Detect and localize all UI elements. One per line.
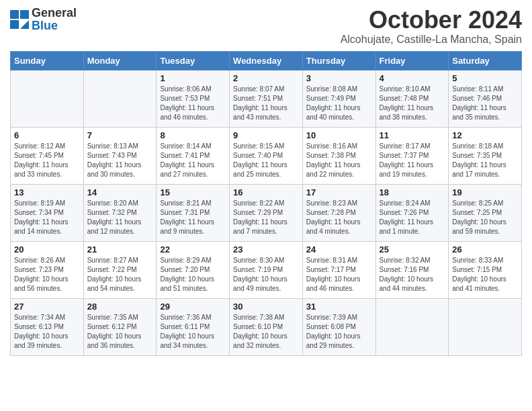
col-tuesday: Tuesday xyxy=(157,51,230,70)
day-number: 7 xyxy=(87,130,153,140)
calendar-cell: 5Sunrise: 8:11 AM Sunset: 7:46 PM Daylig… xyxy=(449,70,522,127)
calendar-cell: 2Sunrise: 8:07 AM Sunset: 7:51 PM Daylig… xyxy=(230,70,303,127)
col-saturday: Saturday xyxy=(449,51,522,70)
day-info: Sunrise: 8:31 AM Sunset: 7:17 PM Dayligh… xyxy=(306,256,372,293)
calendar-table: Sunday Monday Tuesday Wednesday Thursday… xyxy=(10,51,522,356)
calendar-body: 1Sunrise: 8:06 AM Sunset: 7:53 PM Daylig… xyxy=(11,70,522,355)
calendar-cell: 13Sunrise: 8:19 AM Sunset: 7:34 PM Dayli… xyxy=(11,184,84,241)
day-info: Sunrise: 8:08 AM Sunset: 7:49 PM Dayligh… xyxy=(306,85,372,122)
day-number: 8 xyxy=(160,130,226,140)
day-number: 1 xyxy=(160,73,226,83)
day-number: 20 xyxy=(14,244,80,255)
svg-rect-1 xyxy=(20,10,29,19)
day-number: 22 xyxy=(160,244,226,255)
title-block: October 2024 Alcohujate, Castille-La Man… xyxy=(341,7,522,46)
week-row-5: 27Sunrise: 7:34 AM Sunset: 6:13 PM Dayli… xyxy=(11,298,522,355)
header-row: Sunday Monday Tuesday Wednesday Thursday… xyxy=(11,51,522,70)
day-info: Sunrise: 8:16 AM Sunset: 7:38 PM Dayligh… xyxy=(306,142,372,179)
day-info: Sunrise: 8:30 AM Sunset: 7:19 PM Dayligh… xyxy=(233,256,299,293)
day-number: 11 xyxy=(380,130,445,140)
day-number: 3 xyxy=(306,73,372,83)
day-info: Sunrise: 7:39 AM Sunset: 6:08 PM Dayligh… xyxy=(306,313,372,351)
calendar-cell: 15Sunrise: 8:21 AM Sunset: 7:31 PM Dayli… xyxy=(157,184,230,241)
day-number: 18 xyxy=(380,187,445,197)
day-info: Sunrise: 8:18 AM Sunset: 7:35 PM Dayligh… xyxy=(452,142,518,179)
calendar-cell: 18Sunrise: 8:24 AM Sunset: 7:26 PM Dayli… xyxy=(375,184,449,241)
day-info: Sunrise: 8:29 AM Sunset: 7:20 PM Dayligh… xyxy=(160,256,226,293)
day-number: 6 xyxy=(14,130,80,140)
day-info: Sunrise: 8:33 AM Sunset: 7:15 PM Dayligh… xyxy=(452,256,518,293)
col-friday: Friday xyxy=(375,51,449,70)
calendar-cell: 27Sunrise: 7:34 AM Sunset: 6:13 PM Dayli… xyxy=(11,298,84,355)
calendar-cell xyxy=(375,298,449,355)
calendar-cell: 20Sunrise: 8:26 AM Sunset: 7:23 PM Dayli… xyxy=(11,241,84,298)
day-info: Sunrise: 8:32 AM Sunset: 7:16 PM Dayligh… xyxy=(380,256,445,293)
day-number: 13 xyxy=(14,187,80,197)
day-number: 10 xyxy=(306,130,372,140)
title-location: Alcohujate, Castille-La Mancha, Spain xyxy=(341,34,522,46)
calendar-cell: 1Sunrise: 8:06 AM Sunset: 7:53 PM Daylig… xyxy=(157,70,230,127)
day-info: Sunrise: 7:36 AM Sunset: 6:11 PM Dayligh… xyxy=(160,313,226,351)
calendar-cell: 30Sunrise: 7:38 AM Sunset: 6:10 PM Dayli… xyxy=(230,298,303,355)
day-number: 26 xyxy=(452,244,518,255)
day-number: 5 xyxy=(452,73,518,83)
calendar-cell: 28Sunrise: 7:35 AM Sunset: 6:12 PM Dayli… xyxy=(83,298,157,355)
calendar-cell: 11Sunrise: 8:17 AM Sunset: 7:37 PM Dayli… xyxy=(375,127,449,184)
day-info: Sunrise: 8:24 AM Sunset: 7:26 PM Dayligh… xyxy=(380,199,445,236)
page: General Blue October 2024 Alcohujate, Ca… xyxy=(0,0,532,366)
day-number: 21 xyxy=(87,244,153,255)
calendar-cell: 29Sunrise: 7:36 AM Sunset: 6:11 PM Dayli… xyxy=(157,298,230,355)
calendar-cell: 14Sunrise: 8:20 AM Sunset: 7:32 PM Dayli… xyxy=(83,184,157,241)
calendar-cell: 6Sunrise: 8:12 AM Sunset: 7:45 PM Daylig… xyxy=(11,127,84,184)
week-row-2: 6Sunrise: 8:12 AM Sunset: 7:45 PM Daylig… xyxy=(11,127,522,184)
day-info: Sunrise: 8:06 AM Sunset: 7:53 PM Dayligh… xyxy=(160,85,226,122)
calendar-cell: 7Sunrise: 8:13 AM Sunset: 7:43 PM Daylig… xyxy=(83,127,157,184)
day-info: Sunrise: 8:25 AM Sunset: 7:25 PM Dayligh… xyxy=(452,199,518,236)
week-row-4: 20Sunrise: 8:26 AM Sunset: 7:23 PM Dayli… xyxy=(11,241,522,298)
day-number: 29 xyxy=(160,302,226,312)
calendar-cell: 16Sunrise: 8:22 AM Sunset: 7:29 PM Dayli… xyxy=(230,184,303,241)
calendar-cell: 4Sunrise: 8:10 AM Sunset: 7:48 PM Daylig… xyxy=(375,70,449,127)
day-number: 31 xyxy=(306,302,372,312)
day-info: Sunrise: 8:19 AM Sunset: 7:34 PM Dayligh… xyxy=(14,199,80,236)
calendar-cell xyxy=(11,70,84,127)
day-info: Sunrise: 8:27 AM Sunset: 7:22 PM Dayligh… xyxy=(87,256,153,293)
day-number: 30 xyxy=(233,302,299,312)
day-number: 16 xyxy=(233,187,299,197)
day-info: Sunrise: 8:12 AM Sunset: 7:45 PM Dayligh… xyxy=(14,142,80,179)
calendar-cell: 31Sunrise: 7:39 AM Sunset: 6:08 PM Dayli… xyxy=(302,298,375,355)
day-info: Sunrise: 7:35 AM Sunset: 6:12 PM Dayligh… xyxy=(87,313,153,351)
calendar-cell: 21Sunrise: 8:27 AM Sunset: 7:22 PM Dayli… xyxy=(83,241,157,298)
day-number: 2 xyxy=(233,73,299,83)
col-thursday: Thursday xyxy=(302,51,375,70)
day-number: 27 xyxy=(14,302,80,312)
day-number: 9 xyxy=(233,130,299,140)
calendar-cell: 23Sunrise: 8:30 AM Sunset: 7:19 PM Dayli… xyxy=(230,241,303,298)
day-info: Sunrise: 8:07 AM Sunset: 7:51 PM Dayligh… xyxy=(233,85,299,122)
calendar-cell: 12Sunrise: 8:18 AM Sunset: 7:35 PM Dayli… xyxy=(449,127,522,184)
col-monday: Monday xyxy=(83,51,157,70)
logo-icon xyxy=(10,10,29,29)
day-number: 24 xyxy=(306,244,372,255)
calendar-cell: 17Sunrise: 8:23 AM Sunset: 7:28 PM Dayli… xyxy=(302,184,375,241)
day-info: Sunrise: 8:11 AM Sunset: 7:46 PM Dayligh… xyxy=(452,85,518,122)
day-number: 4 xyxy=(380,73,445,83)
calendar-cell xyxy=(83,70,157,127)
day-info: Sunrise: 8:20 AM Sunset: 7:32 PM Dayligh… xyxy=(87,199,153,236)
col-wednesday: Wednesday xyxy=(230,51,303,70)
day-info: Sunrise: 8:22 AM Sunset: 7:29 PM Dayligh… xyxy=(233,199,299,236)
week-row-3: 13Sunrise: 8:19 AM Sunset: 7:34 PM Dayli… xyxy=(11,184,522,241)
calendar-cell: 9Sunrise: 8:15 AM Sunset: 7:40 PM Daylig… xyxy=(230,127,303,184)
calendar-cell: 24Sunrise: 8:31 AM Sunset: 7:17 PM Dayli… xyxy=(302,241,375,298)
day-number: 19 xyxy=(452,187,518,197)
day-info: Sunrise: 7:38 AM Sunset: 6:10 PM Dayligh… xyxy=(233,313,299,351)
svg-rect-0 xyxy=(10,10,19,19)
svg-rect-2 xyxy=(10,20,19,29)
calendar-cell: 10Sunrise: 8:16 AM Sunset: 7:38 PM Dayli… xyxy=(302,127,375,184)
logo-general: General Blue xyxy=(32,7,77,32)
calendar-cell: 19Sunrise: 8:25 AM Sunset: 7:25 PM Dayli… xyxy=(449,184,522,241)
day-info: Sunrise: 8:10 AM Sunset: 7:48 PM Dayligh… xyxy=(380,85,445,122)
day-info: Sunrise: 8:21 AM Sunset: 7:31 PM Dayligh… xyxy=(160,199,226,236)
svg-marker-3 xyxy=(20,20,29,29)
day-number: 23 xyxy=(233,244,299,255)
